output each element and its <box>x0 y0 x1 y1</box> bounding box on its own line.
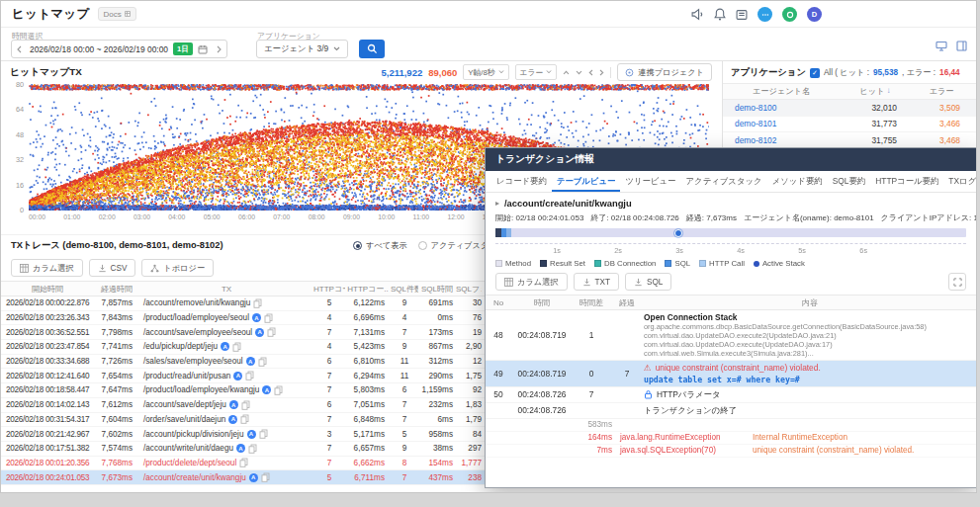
prev-range-button[interactable] <box>12 41 27 57</box>
agent-error-column[interactable]: エラー <box>911 86 972 97</box>
tx-path[interactable]: /sales/save/employee/seoul <box>143 357 243 366</box>
legend-sql[interactable]: SQL <box>665 259 690 268</box>
megaphone-icon[interactable] <box>691 8 704 21</box>
sql-download-button[interactable]: SQL <box>625 273 671 291</box>
all-checkbox[interactable]: ✓ <box>810 68 820 78</box>
agent-row[interactable]: demo-810032,0103,509 <box>723 100 976 117</box>
angle-left-icon[interactable] <box>588 69 593 76</box>
active-stack-badge[interactable]: A <box>228 415 237 424</box>
trace-summary-row[interactable]: 583ms <box>486 419 976 432</box>
tx-column-header[interactable]: 経過時間 <box>94 284 139 295</box>
copy-icon[interactable] <box>258 357 267 367</box>
tx-column-header[interactable]: SQLフェッ.. <box>456 284 482 295</box>
trace-row[interactable]: 4800:24:08.7191Open Connection Stackorg.… <box>486 310 976 361</box>
modal-tab[interactable]: メソッド要約 <box>767 171 828 192</box>
board-icon[interactable] <box>736 9 748 21</box>
copy-icon[interactable] <box>232 342 241 352</box>
active-stack-badge[interactable]: A <box>252 313 261 322</box>
range-badge[interactable]: 1日 <box>173 42 193 55</box>
active-stack-badge[interactable]: A <box>255 328 264 337</box>
collapse-arrow-icon[interactable]: ▸ <box>495 199 499 208</box>
agent-name[interactable]: demo-8101 <box>723 119 840 128</box>
agent-name[interactable]: demo-8100 <box>723 103 840 113</box>
active-stack-badge[interactable]: A <box>236 444 245 453</box>
tx-path[interactable]: /account/create/unit/kwangju <box>143 473 246 482</box>
modal-column-select-button[interactable]: カラム選択 <box>495 273 568 291</box>
tx-path[interactable]: /account/write/unit/daegu <box>143 444 233 453</box>
radio-all[interactable]: すべて表示 <box>353 240 407 251</box>
trace-summary-row[interactable]: 7msjava.sql.SQLException(70)unique const… <box>486 445 976 458</box>
tx-path[interactable]: /product/load/employee/seoul <box>143 313 249 322</box>
column-select-button[interactable]: カラム選択 <box>11 259 83 277</box>
topology-button[interactable]: トポロジー <box>141 259 214 277</box>
trace-row[interactable]: 4900:24:08.71907⚠unique constraint (cons… <box>486 361 976 387</box>
modal-column-header[interactable]: No <box>486 298 511 307</box>
trace-row[interactable]: 5000:24:08.7267HTTPパラメータ <box>486 387 976 403</box>
modal-column-header[interactable]: 時間差 <box>573 297 610 308</box>
copy-icon[interactable] <box>261 472 270 482</box>
tx-path[interactable]: /product/load/employee/kwangju <box>143 385 259 394</box>
chevron-up-icon[interactable] <box>563 70 570 75</box>
modal-tab[interactable]: HTTPコール要約 <box>870 171 943 192</box>
tx-column-header[interactable]: 開始時間 <box>1 284 94 295</box>
modal-tab[interactable]: TXログ <box>943 171 976 192</box>
user-avatar[interactable]: D <box>807 7 822 22</box>
active-stack-badge[interactable]: A <box>262 385 271 394</box>
modal-tab[interactable]: アクティブスタック <box>681 171 767 192</box>
copy-icon[interactable] <box>248 444 257 454</box>
modal-column-header[interactable]: 時間 <box>511 297 573 308</box>
tx-path[interactable]: /account/pickup/division/jeju <box>143 430 244 439</box>
linked-project-button[interactable]: 連携プロジェクト <box>617 63 712 81</box>
agent-select[interactable]: エージェント 3/9 <box>256 40 348 58</box>
chat-icon[interactable] <box>757 7 772 22</box>
modal-column-header[interactable]: 経過 <box>610 297 644 308</box>
modal-tab[interactable]: ツリービュー <box>620 171 680 192</box>
expand-button[interactable] <box>948 273 966 291</box>
timeline-bar[interactable] <box>495 228 966 237</box>
copy-icon[interactable] <box>267 327 276 337</box>
active-stack-marker[interactable] <box>674 229 682 237</box>
active-stack-badge[interactable]: A <box>247 430 256 439</box>
support-icon[interactable] <box>782 7 797 22</box>
modal-tab[interactable]: SQL要約 <box>828 171 871 192</box>
next-range-button[interactable] <box>212 41 226 57</box>
modal-tab[interactable]: テーブルビュー <box>552 171 621 192</box>
txt-download-button[interactable]: TXT <box>574 273 619 291</box>
legend-method[interactable]: Method <box>495 259 531 268</box>
angle-right-icon[interactable] <box>599 69 604 76</box>
active-stack-badge[interactable]: A <box>221 342 229 351</box>
sql-statement[interactable]: update table set x=# where key=# <box>644 375 968 384</box>
copy-icon[interactable] <box>264 313 273 323</box>
copy-icon[interactable] <box>239 458 248 467</box>
csv-download-button[interactable]: CSV <box>89 259 136 277</box>
monitor-icon[interactable] <box>935 41 947 51</box>
date-range-picker[interactable]: 2026/02/18 00:00 ~ 2026/02/19 00:00 1日 <box>11 40 227 58</box>
tx-column-header[interactable]: SQL時間 <box>418 284 456 295</box>
active-stack-badge[interactable]: A <box>246 357 255 366</box>
copy-icon[interactable] <box>241 400 250 410</box>
chevron-down-icon[interactable] <box>576 70 582 75</box>
y-axis-unit-select[interactable]: Y軸/8秒 <box>463 64 508 80</box>
legend-http-call[interactable]: HTTP Call <box>699 259 745 268</box>
copy-icon[interactable] <box>259 429 268 439</box>
tx-path[interactable]: /product/read/unit/pusan <box>143 372 230 380</box>
agent-name-column[interactable]: エージェント名 <box>723 86 840 97</box>
transaction-path-row[interactable]: ▸ /account/create/unit/kwangju <box>486 193 976 210</box>
modal-column-header[interactable]: 内容 <box>644 297 976 308</box>
legend-active-stack[interactable]: Active Stack <box>754 259 805 268</box>
copy-icon[interactable] <box>253 298 262 308</box>
active-stack-badge[interactable]: A <box>233 372 242 380</box>
tx-path[interactable]: /account/remove/unit/kwangju <box>143 298 250 307</box>
bell-icon[interactable] <box>714 8 726 21</box>
trace-row[interactable]: 00:24:08.726トランザクションの終了 <box>486 403 976 419</box>
search-button[interactable] <box>359 40 385 58</box>
http-parameter-link[interactable]: HTTPパラメータ <box>657 389 721 400</box>
modal-title-bar[interactable]: トランザクション情報 <box>486 148 976 171</box>
docs-badge[interactable]: Docs <box>98 7 136 21</box>
agent-name[interactable]: demo-8102 <box>723 135 840 145</box>
tx-path[interactable]: /order/save/unit/daejun <box>143 415 225 424</box>
legend-result-set[interactable]: Result Set <box>540 259 585 268</box>
tx-column-header[interactable]: HTTPコー.. <box>313 284 345 295</box>
agent-hit-column[interactable]: ヒット ↓ <box>840 86 911 97</box>
copy-icon[interactable] <box>240 414 249 424</box>
